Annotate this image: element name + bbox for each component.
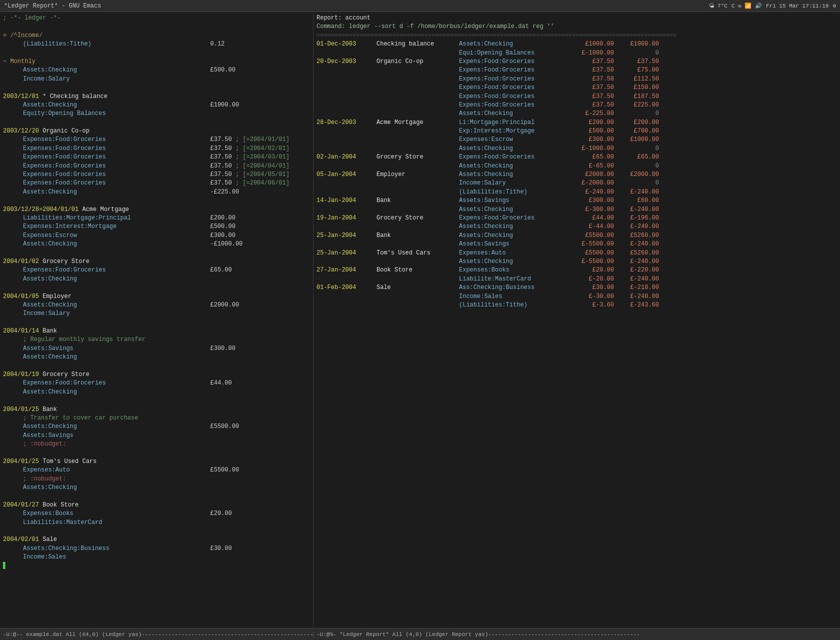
list-item [3, 449, 310, 458]
list-item: Assets:Checking -£225.00 [3, 188, 310, 196]
table-row: Equi:Opening Balances£-1000.000 [316, 49, 837, 58]
table-row: Assets:Savings£-5500.00£-240.00 [316, 240, 837, 248]
list-item [3, 22, 310, 31]
table-row: (Liabilities:Tithe)£-240.00£-240.00 [316, 188, 837, 196]
table-row: Expens:Food:Groceries£37.50£75.00 [316, 66, 837, 74]
list-item: Assets:Checking £2000.00 [3, 301, 310, 310]
table-row: Assets:Checking£-5500.00£-240.00 [316, 258, 837, 266]
list-item: 2003/12/01 * Checking balance [3, 92, 310, 101]
list-item: 2003/12/28=2004/01/01 Acme Mortgage [3, 206, 310, 214]
table-row: Income:Sales£-30.00£-240.00 [316, 292, 837, 301]
table-row: Income:Salary£-2000.000 [316, 179, 837, 188]
list-item: Income:Salary [3, 310, 310, 318]
list-item: Income:Salary [3, 75, 310, 84]
list-item: 2004/01/25 Tom's Used Cars [3, 458, 310, 466]
list-item: ; Transfer to cover car purchase [3, 414, 310, 422]
right-report-pane[interactable]: Report: accountCommand: ledger --sort d … [314, 12, 840, 628]
list-item: Expenses:Food:Groceries £37.50 ; [=2004/… [3, 170, 310, 179]
system-icons: C ✉ 📶 🔊 [732, 2, 762, 9]
table-row: Assets:Checking£-300.00£-240.00 [316, 206, 837, 214]
table-row: 05-Jan-2004 Employer Assets:Checking£200… [316, 170, 837, 179]
table-row: 20-Dec-2003 Organic Co-op Expens:Food:Gr… [316, 58, 837, 66]
table-row: 19-Jan-2004 Grocery Store Expens:Food:Gr… [316, 214, 837, 222]
table-row: 02-Jan-2004 Grocery Store Expens:Food:Gr… [316, 153, 837, 162]
status-right: -U:@%- *Ledger Report* All (4,0) (Ledger… [314, 632, 840, 638]
list-item: Expenses:Food:Groceries £44.00 [3, 379, 310, 388]
settings-icon[interactable]: ⚙ [832, 2, 836, 9]
table-row: Assets:Checking£-1000.000 [316, 144, 837, 153]
table-row: 14-Jan-2004 Bank Assets:Savings£300.00£6… [316, 196, 837, 205]
list-item: ; Regular monthly savings transfer [3, 336, 310, 344]
list-item: Assets:Checking [3, 275, 310, 284]
list-item: Expenses:Books £20.00 [3, 510, 310, 518]
list-item: 2004/01/02 Grocery Store [3, 258, 310, 266]
list-item: Assets:Checking:Business £30.00 [3, 544, 310, 553]
list-item [3, 362, 310, 370]
list-item: Liabilities:Mortgage:Principal £200.00 [3, 214, 310, 222]
list-item: ; :nobudget: [3, 440, 310, 448]
table-row: Exp:Interest:Mortgage£500.00£700.00 [316, 127, 837, 136]
weather-indicator: 🌤 7°C [709, 2, 728, 9]
list-item: 2003/12/20 Organic Co-op [3, 127, 310, 136]
list-item: Assets:Savings £300.00 [3, 344, 310, 353]
list-item [3, 196, 310, 205]
list-item: 2004/01/27 Book Store [3, 501, 310, 510]
report-header: Report: account [316, 14, 837, 22]
list-item [3, 118, 310, 127]
list-item [3, 249, 310, 258]
table-row: 25-Jan-2004 Tom's Used Cars Expenses:Aut… [316, 249, 837, 258]
table-row: 28-Dec-2003 Acme Mortgage Li:Mortgage:Pr… [316, 118, 837, 127]
table-row: 01-Dec-2003 Checking balance Assets:Chec… [316, 40, 837, 48]
table-row: 25-Jan-2004 Bank Assets:Checking£5500.00… [316, 232, 837, 240]
list-item [3, 318, 310, 327]
list-item [3, 284, 310, 292]
list-item: Expenses:Food:Groceries £37.50 ; [=2004/… [3, 162, 310, 170]
left-editor-pane[interactable]: ; -*- ledger -*- = /^Income/(Liabilities… [0, 12, 314, 628]
list-item: Expenses:Escrow £300.00 [3, 232, 310, 240]
status-bar: -U:@-- example.dat All (64,0) (Ledger ya… [0, 628, 840, 640]
window-title: *Ledger Report* - GNU Emacs [4, 2, 101, 10]
list-item [3, 84, 310, 92]
status-left: -U:@-- example.dat All (64,0) (Ledger ya… [0, 632, 314, 638]
list-item: Expenses:Auto £5500.00 [3, 466, 310, 474]
table-row: 27-Jan-2004 Book Store Expenses:Books£20… [316, 266, 837, 274]
list-item: Expenses:Interest:Mortgage £500.00 [3, 222, 310, 231]
table-row: Assets:Checking£-44.00£-240.00 [316, 222, 837, 231]
title-bar: *Ledger Report* - GNU Emacs 🌤 7°C C ✉ 📶 … [0, 0, 840, 12]
list-item: = /^Income/ [3, 32, 310, 40]
list-item: Expenses:Food:Groceries £37.50 ; [=2004/… [3, 179, 310, 188]
datetime: Fri 15 Mar 17:11:19 [766, 3, 828, 9]
table-row: Expenses:Escrow£300.00£1000.00 [316, 136, 837, 144]
table-row: Expens:Food:Groceries£37.50£112.50 [316, 75, 837, 84]
list-item: 2004/01/19 Grocery Store [3, 370, 310, 379]
list-item [3, 492, 310, 500]
list-item: Assets:Checking [3, 353, 310, 362]
list-item [3, 49, 310, 58]
table-row: Expens:Food:Groceries£37.50£225.00 [316, 101, 837, 110]
table-row: Assets:Checking£-65.000 [316, 162, 837, 170]
list-item: Assets:Checking £500.00 [3, 66, 310, 74]
report-separator: ========================================… [316, 32, 837, 40]
list-item: Assets:Savings [3, 432, 310, 440]
list-item: Liabilities:MasterCard [3, 518, 310, 527]
list-item: Assets:Checking £5500.00 [3, 422, 310, 431]
list-item: ; -*- ledger -*- [3, 14, 310, 22]
table-row: Liabilite:MasterCard£-20.00£-240.00 [316, 275, 837, 284]
table-row: Assets:Checking£-225.000 [316, 110, 837, 118]
list-item: Equity:Opening Balances [3, 110, 310, 118]
report-command: Command: ledger --sort d -f /home/borbus… [316, 22, 837, 31]
list-item: 2004/01/25 Bank [3, 406, 310, 414]
list-item: Assets:Checking [3, 388, 310, 396]
list-item: Income:Sales [3, 553, 310, 562]
list-item: Expenses:Food:Groceries £37.50 ; [=2004/… [3, 144, 310, 153]
list-item: Expenses:Food:Groceries £37.50 ; [=2004/… [3, 136, 310, 144]
list-item: 2004/01/14 Bank [3, 327, 310, 336]
list-item: Assets:Checking -£1000.00 [3, 240, 310, 248]
list-item [3, 396, 310, 405]
list-item: ~ Monthly [3, 58, 310, 66]
list-item: (Liabilities:Tithe) 0.12 [3, 40, 310, 48]
list-item: Assets:Checking £1000.00 [3, 101, 310, 110]
list-item: 2004/01/05 Employer [3, 292, 310, 301]
table-row: Expens:Food:Groceries£37.50£187.50 [316, 92, 837, 101]
list-item: 2004/02/01 Sale [3, 536, 310, 544]
